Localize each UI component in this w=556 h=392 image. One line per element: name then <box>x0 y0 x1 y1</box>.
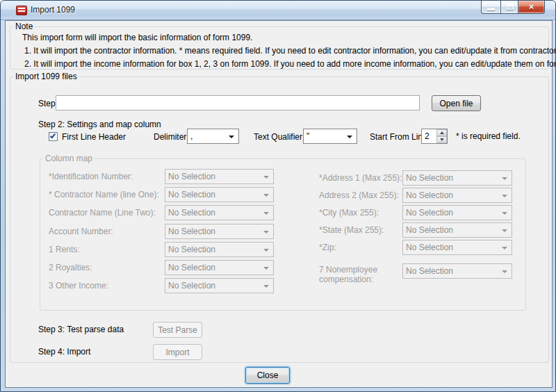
minimize-icon <box>487 8 495 10</box>
chevron-down-icon <box>502 270 507 273</box>
first-line-header-label: First Line Header <box>62 132 126 142</box>
contractor-name-one-select[interactable]: No Selection <box>165 187 274 202</box>
maximize-icon <box>507 4 514 10</box>
start-from-line-stepper[interactable]: 2 <box>421 129 448 144</box>
contractor-name-one-label: * Contractor Name (line One): <box>49 190 159 199</box>
rents-label: 1 Rents: <box>49 245 80 254</box>
chevron-down-icon <box>502 229 507 232</box>
chevron-down-icon <box>263 249 269 252</box>
test-parse-button[interactable]: Test Parse <box>153 322 202 338</box>
spin-down-button[interactable] <box>436 136 447 143</box>
caption-buttons: × <box>481 1 545 14</box>
chevron-down-icon <box>502 212 507 215</box>
step2-label: Step 2: Settings and map column <box>38 120 161 129</box>
rents-select[interactable]: No Selection <box>165 242 274 257</box>
step4-label: Step 4: Import <box>38 347 90 357</box>
nonemployee-compensation-select[interactable]: No Selection <box>402 263 512 279</box>
city-select[interactable]: No Selection <box>402 205 512 220</box>
delimiter-select[interactable]: , <box>187 129 239 144</box>
address1-select[interactable]: No Selection <box>402 170 512 186</box>
chevron-down-icon <box>229 136 234 138</box>
app-icon <box>16 6 27 15</box>
dialog-client-area: Note This import form will import the ba… <box>5 20 553 388</box>
note-group-title: Note <box>13 22 35 31</box>
chevron-down-icon <box>263 285 269 288</box>
titlebar[interactable]: Import 1099 × <box>1 1 555 20</box>
royalties-select[interactable]: No Selection <box>165 260 274 275</box>
chevron-down-icon <box>263 194 269 197</box>
close-icon: × <box>518 1 544 13</box>
required-field-note: * is required field. <box>456 131 521 141</box>
column-map-group-title: Column map <box>43 154 95 163</box>
chevron-down-icon <box>263 231 269 234</box>
first-line-header-checkbox[interactable] <box>49 132 58 141</box>
address2-select[interactable]: No Selection <box>402 188 512 203</box>
note-line-1: This import form will import the basic i… <box>22 33 252 42</box>
close-button[interactable]: Close <box>245 367 290 384</box>
checkmark-icon <box>50 133 56 139</box>
spin-up-button[interactable] <box>436 129 447 136</box>
chevron-down-icon <box>263 212 269 215</box>
minimize-button[interactable] <box>481 1 500 14</box>
chevron-down-icon <box>347 136 352 138</box>
other-income-label: 3 Other Income: <box>49 281 108 291</box>
delimiter-label: Delimiter <box>154 132 186 142</box>
zip-label: *Zip: <box>319 243 336 252</box>
step3-label: Step 3: Test parse data <box>38 325 124 334</box>
window-title: Import 1099 <box>31 5 75 15</box>
note-line-3: 2. It will import the income information… <box>24 59 556 69</box>
city-label: *City (Max 255): <box>319 208 379 218</box>
import-1099-dialog: Import 1099 × Note This import form will… <box>0 0 556 392</box>
identification-number-label: *Identification Number: <box>49 172 133 181</box>
up-arrow-icon <box>440 131 444 134</box>
close-window-button[interactable]: × <box>518 1 545 14</box>
nonemployee-compensation-label: 7 Nonemployee compensation: <box>319 265 395 284</box>
chevron-down-icon <box>502 177 507 180</box>
file-path-input[interactable] <box>56 95 420 111</box>
start-from-line-label: Start From Line <box>370 132 427 142</box>
state-label: *State (Max 255): <box>319 225 384 235</box>
maximize-button[interactable] <box>500 1 518 14</box>
identification-number-select[interactable]: No Selection <box>165 169 274 184</box>
contractor-name-two-select[interactable]: No Selection <box>165 205 274 220</box>
chevron-down-icon <box>263 176 269 179</box>
contractor-name-two-label: Contractor Name (Line Two): <box>49 208 156 218</box>
royalties-label: 2 Royalties: <box>49 263 92 272</box>
account-number-select[interactable]: No Selection <box>165 224 274 239</box>
note-line-2: 1. It will import the contractor informa… <box>24 46 556 56</box>
address1-label: *Address 1 (Max 255): <box>319 173 402 183</box>
state-select[interactable]: No Selection <box>402 222 512 238</box>
chevron-down-icon <box>502 247 507 250</box>
down-arrow-icon <box>440 138 444 141</box>
chevron-down-icon <box>263 267 269 270</box>
address2-label: Address 2 (Max 255): <box>319 190 399 200</box>
chevron-down-icon <box>502 195 507 197</box>
zip-select[interactable]: No Selection <box>402 240 512 255</box>
other-income-select[interactable]: No Selection <box>165 278 274 293</box>
open-file-button[interactable]: Open file <box>432 95 481 111</box>
account-number-label: Account Number: <box>49 227 113 236</box>
import-button[interactable]: Import <box>153 344 202 360</box>
text-qualifier-select[interactable]: " <box>303 129 357 144</box>
text-qualifier-label: Text Qualifier <box>254 132 302 142</box>
import-files-group-title: Import 1099 files <box>13 72 79 81</box>
